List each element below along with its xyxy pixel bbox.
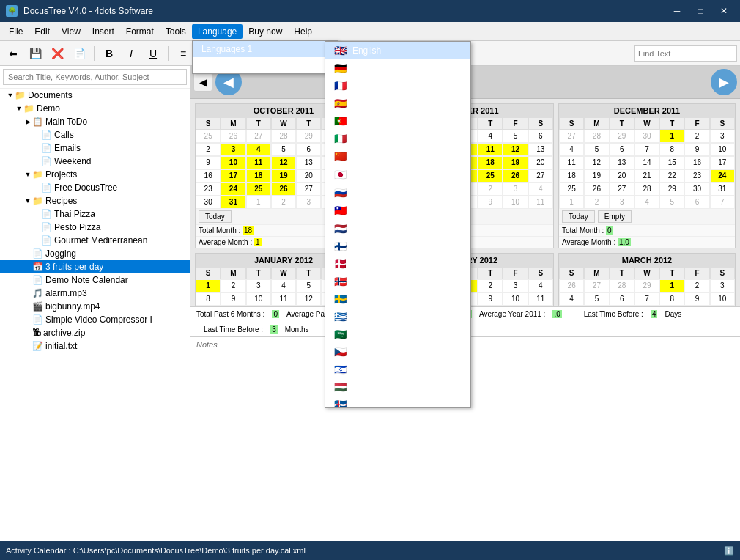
lang-traditional-chinese[interactable]: 🇹🇼 中威傳統 xyxy=(325,202,470,220)
cal-cell[interactable]: 2 xyxy=(271,196,296,209)
cal-cell[interactable]: 16 xyxy=(196,169,221,183)
tree-item-documents[interactable]: ▼ 📁 Documents xyxy=(0,89,190,102)
cal-cell[interactable]: 30 xyxy=(196,196,221,209)
tree-item-pesto-pizza[interactable]: 📄 Pesto Pizza xyxy=(0,221,190,234)
lang-arabic[interactable]: 🇸🇦 العربية xyxy=(325,325,470,343)
lang-italiano[interactable]: 🇮🇹 Italiano xyxy=(325,130,470,147)
cal-cell[interactable]: 27 xyxy=(246,130,271,143)
tree-item-video-comp[interactable]: 📄 Simple Video Compressor I xyxy=(0,313,190,326)
lang-japanese[interactable]: 🇯🇵 日本の xyxy=(325,166,470,184)
lang-hebrew[interactable]: 🇮🇱 עברית xyxy=(325,361,470,378)
lang-chinese[interactable]: 🇨🇳 中文 xyxy=(325,147,470,166)
tree-item-gourmet[interactable]: 📄 Gourmet Mediterranean xyxy=(0,234,190,247)
lang-hungarian[interactable]: 🇭🇺 Magyar xyxy=(325,378,470,396)
cal-cell[interactable]: 20 xyxy=(296,169,321,183)
cal-cell[interactable]: 25 xyxy=(196,130,221,143)
cal-cell[interactable]: 23 xyxy=(196,183,221,196)
tree-item-initial[interactable]: 📝 initial.txt xyxy=(0,339,190,353)
tree-item-demo-note[interactable]: 📄 Demo Note Calendar xyxy=(0,273,190,287)
cal-cell[interactable]: 25 xyxy=(246,183,271,196)
tree-item-calls[interactable]: 📄 Calls xyxy=(0,128,190,141)
cal-cell[interactable]: 3 xyxy=(296,196,321,209)
menu-help[interactable]: Help xyxy=(288,24,318,39)
toolbar-save-button[interactable]: 💾 xyxy=(25,44,45,63)
cal-cell[interactable]: 29 xyxy=(296,130,321,143)
tree-item-jogging[interactable]: 📄 Jogging xyxy=(0,247,190,260)
cal-cell[interactable]: 19 xyxy=(271,169,296,183)
cal-cell[interactable]: 17 xyxy=(221,169,245,183)
close-button[interactable]: ✕ xyxy=(714,3,734,19)
today-button-october[interactable]: Today xyxy=(199,210,232,223)
search-input[interactable] xyxy=(3,69,187,85)
toolbar-new-button[interactable]: 📄 xyxy=(69,44,89,63)
cal-cell[interactable]: 26 xyxy=(221,130,245,143)
menu-tools[interactable]: Tools xyxy=(160,24,192,39)
tree-item-alarm[interactable]: 🎵 alarm.mp3 xyxy=(0,287,190,300)
tree-item-thai-pizza[interactable]: 📄 Thai Pizza xyxy=(0,207,190,221)
menu-file[interactable]: File xyxy=(3,24,29,39)
cal-cell[interactable]: 2 xyxy=(196,143,221,156)
tree-item-emails[interactable]: 📄 Emails xyxy=(0,141,190,155)
tree-item-main-todo[interactable]: ▶ 📋 Main ToDo xyxy=(0,115,190,128)
cal-cell[interactable]: 4 xyxy=(246,143,271,156)
cal-cell[interactable]: 1 xyxy=(246,196,271,209)
languages-1-menu-item[interactable]: Languages 1 🇬🇧 English 🇩🇪 Deutsch 🇫🇷 Fra… xyxy=(193,41,338,57)
tree-item-recipes[interactable]: ▼ 📁 Recipes xyxy=(0,194,190,207)
toolbar-back-button[interactable]: ⬅ xyxy=(3,44,23,63)
toolbar-align1-button[interactable]: ≡ xyxy=(173,44,193,63)
toolbar-underline-button[interactable]: U xyxy=(143,44,163,63)
expand-recipes[interactable]: ▼ xyxy=(23,197,32,205)
tree-item-projects[interactable]: ▼ 📁 Projects xyxy=(0,168,190,181)
tree-item-demo[interactable]: ▼ 📁 Demo xyxy=(0,102,190,115)
cal-cell[interactable]: 10 xyxy=(221,156,245,169)
cal-cell[interactable]: 27 xyxy=(296,183,321,196)
cal-cell[interactable]: 13 xyxy=(296,156,321,169)
cal-cell[interactable]: 18 xyxy=(246,169,271,183)
menu-language[interactable]: Language Languages 1 🇬🇧 English 🇩🇪 Deuts… xyxy=(192,24,243,39)
maximize-button[interactable]: □ xyxy=(690,3,711,19)
lang-norwegian[interactable]: 🇳🇴 Norske xyxy=(325,273,470,290)
toolbar-bold-button[interactable]: B xyxy=(99,44,119,63)
cal-cell[interactable]: 26 xyxy=(271,183,296,196)
lang-english[interactable]: 🇬🇧 English xyxy=(325,42,470,59)
lang-espanol[interactable]: 🇪🇸 Español xyxy=(325,95,470,112)
today-button-december[interactable]: Today xyxy=(562,210,595,223)
cal-cell[interactable]: 5 xyxy=(271,143,296,156)
empty-button-december[interactable]: Empty xyxy=(598,210,632,223)
find-input[interactable] xyxy=(634,45,737,62)
cal-cell[interactable]: 3 xyxy=(221,143,245,156)
lang-swedish[interactable]: 🇸🇪 Svenskt xyxy=(325,290,470,308)
cal-cell[interactable]: 9 xyxy=(196,156,221,169)
lang-russian[interactable]: 🇷🇺 Русский xyxy=(325,184,470,202)
menu-edit[interactable]: Edit xyxy=(29,24,56,39)
expand-demo[interactable]: ▼ xyxy=(15,105,23,112)
cal-cell[interactable]: 31 xyxy=(221,196,245,209)
menu-insert[interactable]: Insert xyxy=(86,24,120,39)
lang-czech[interactable]: 🇨🇿 český xyxy=(325,343,470,361)
lang-finnish[interactable]: 🇫🇮 Suomi xyxy=(325,237,470,255)
cal-cell[interactable]: 6 xyxy=(296,143,321,156)
lang-danish[interactable]: 🇩🇰 Dansk xyxy=(325,255,470,273)
cal-cell[interactable]: 28 xyxy=(271,130,296,143)
lang-portugues[interactable]: 🇵🇹 Português xyxy=(325,112,470,130)
menu-buynow[interactable]: Buy now xyxy=(243,24,288,39)
lang-francais[interactable]: 🇫🇷 Français xyxy=(325,77,470,95)
lang-deutsch[interactable]: 🇩🇪 Deutsch xyxy=(325,59,470,77)
tree-item-archive[interactable]: 🗜 archive.zip xyxy=(0,326,190,339)
minimize-button[interactable]: ─ xyxy=(667,3,687,19)
tree-item-free-docustree[interactable]: 📄 Free DocusTree xyxy=(0,181,190,194)
toolbar-italic-button[interactable]: I xyxy=(121,44,141,63)
expand-main-todo[interactable]: ▶ xyxy=(23,118,32,125)
tree-item-bigbunny[interactable]: 🎬 bigbunny.mp4 xyxy=(0,300,190,313)
cal-cell[interactable]: 12 xyxy=(271,156,296,169)
expand-projects[interactable]: ▼ xyxy=(23,171,32,178)
languages-2-menu-item[interactable]: Languages 2 xyxy=(193,57,338,73)
tree-item-weekend[interactable]: 📄 Weekend xyxy=(0,155,190,168)
toolbar-close-button[interactable]: ❌ xyxy=(47,44,67,63)
cal-cell[interactable]: 24 xyxy=(221,183,245,196)
menu-view[interactable]: View xyxy=(56,24,86,39)
nav-next-circle-button[interactable]: ▶ xyxy=(711,69,737,95)
expand-documents[interactable]: ▼ xyxy=(6,92,15,99)
tree-item-3-fruits[interactable]: 📅 3 fruits per day xyxy=(0,260,190,273)
nav-prev-button[interactable]: ◀ xyxy=(193,73,212,92)
